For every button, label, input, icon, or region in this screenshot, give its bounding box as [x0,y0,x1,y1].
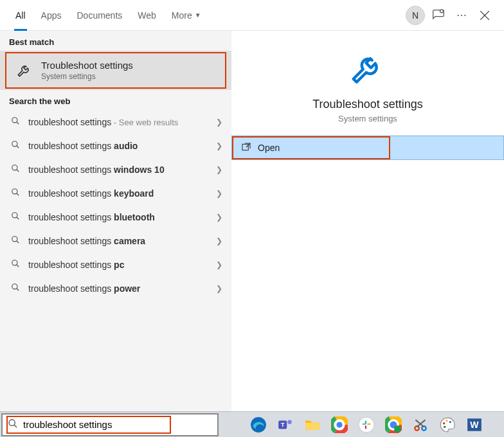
teams-icon[interactable]: T [273,412,298,438]
chevron-right-icon: ❯ [216,260,222,269]
svg-rect-19 [242,144,248,150]
detail-title: Troubleshoot settings [312,98,422,111]
results-panel: Best match Troubleshoot settings System … [0,31,231,411]
web-result-text: troubleshoot settings - See web results [28,117,216,127]
svg-line-16 [17,265,19,267]
tabs-row: All Apps Documents Web More▼ N ⋯ [0,0,504,31]
word-icon[interactable]: W [462,412,487,438]
svg-point-22 [251,417,266,433]
svg-point-7 [12,165,17,170]
web-result-item[interactable]: troubleshoot settings keyboard❯ [0,181,231,205]
search-icon [9,283,22,294]
taskbar-apps: T W [220,412,487,438]
slack-icon[interactable] [354,412,379,438]
svg-point-13 [12,236,17,242]
chevron-right-icon: ❯ [216,213,222,222]
svg-point-17 [12,284,17,289]
svg-line-4 [17,122,19,125]
best-match-subtitle: System settings [41,72,133,81]
search-icon [9,211,22,222]
svg-point-43 [394,425,401,433]
svg-point-9 [12,189,17,194]
svg-point-51 [444,425,446,427]
chevron-right-icon: ❯ [216,284,222,293]
web-result-item[interactable]: troubleshoot settings audio❯ [0,134,231,157]
chrome-canary-icon[interactable] [381,412,406,438]
svg-point-49 [446,419,447,421]
detail-subtitle: System settings [338,114,397,123]
svg-point-48 [443,422,445,424]
chevron-right-icon: ❯ [216,141,222,150]
annotation-highlight [232,136,390,159]
wrench-icon [348,50,387,89]
web-result-item[interactable]: troubleshoot settings camera❯ [0,229,231,253]
svg-point-33 [359,417,374,433]
svg-line-8 [17,170,19,172]
taskbar: T W [0,411,504,437]
search-icon [9,116,22,127]
svg-point-50 [449,421,451,423]
tab-web[interactable]: Web [130,0,164,31]
wrench-icon [15,62,33,80]
open-icon [241,142,251,154]
svg-rect-35 [367,423,370,424]
svg-line-18 [17,289,19,291]
web-result-text: troubleshoot settings keyboard [28,188,216,199]
best-match-title: Troubleshoot settings [41,60,133,71]
section-search-web: Search the web [0,90,231,110]
web-result-text: troubleshoot settings bluetooth [28,212,216,222]
svg-line-6 [17,146,19,148]
detail-panel: Troubleshoot settings System settings Op… [231,31,504,411]
web-result-text: troubleshoot settings power [28,283,216,294]
main-area: Best match Troubleshoot settings System … [0,31,504,411]
web-result-text: troubleshoot settings audio [28,141,216,151]
chevron-right-icon: ❯ [216,189,222,198]
web-result-item[interactable]: troubleshoot settings windows 10❯ [0,157,231,181]
section-best-match: Best match [0,31,231,51]
web-result-text: troubleshoot settings pc [28,260,216,270]
tab-apps[interactable]: Apps [33,0,69,31]
chrome-icon[interactable] [327,412,352,438]
svg-point-11 [12,213,17,218]
svg-point-5 [12,141,17,147]
search-icon [9,140,22,151]
svg-line-21 [14,425,17,427]
web-result-item[interactable]: troubleshoot settings - See web results❯ [0,110,231,134]
chevron-right-icon: ❯ [216,118,222,127]
tab-more-label: More [172,10,192,21]
open-button[interactable]: Open [231,136,504,160]
user-avatar[interactable]: N [404,4,427,27]
taskbar-search[interactable] [1,413,219,436]
chevron-down-icon: ▼ [195,12,201,19]
avatar-letter: N [406,6,425,25]
search-icon [9,235,22,246]
tab-all[interactable]: All [8,0,33,31]
svg-point-15 [12,260,17,265]
close-icon[interactable] [473,4,496,27]
edge-icon[interactable] [246,412,271,438]
svg-line-12 [17,217,19,220]
detail-hero: Troubleshoot settings System settings [231,31,504,136]
svg-rect-36 [365,420,366,424]
tab-documents[interactable]: Documents [69,0,130,31]
feedback-icon[interactable] [427,4,450,27]
paint-icon[interactable] [435,412,460,438]
svg-line-10 [17,193,19,196]
tab-more[interactable]: More▼ [164,0,209,31]
snip-icon[interactable] [408,412,433,438]
web-result-text: troubleshoot settings windows 10 [28,165,216,175]
svg-point-0 [440,9,444,12]
search-icon [3,418,23,431]
web-result-item[interactable]: troubleshoot settings pc❯ [0,253,231,276]
web-result-item[interactable]: troubleshoot settings bluetooth❯ [0,205,231,229]
search-icon [9,164,22,175]
file-explorer-icon[interactable] [300,412,325,438]
chevron-right-icon: ❯ [216,236,222,245]
svg-text:T: T [281,421,285,428]
svg-rect-37 [365,425,366,429]
search-input[interactable] [23,419,217,430]
web-result-item[interactable]: troubleshoot settings power❯ [0,276,231,300]
best-match-item[interactable]: Troubleshoot settings System settings [5,52,226,89]
svg-point-3 [12,118,17,123]
more-options-icon[interactable]: ⋯ [450,4,473,27]
